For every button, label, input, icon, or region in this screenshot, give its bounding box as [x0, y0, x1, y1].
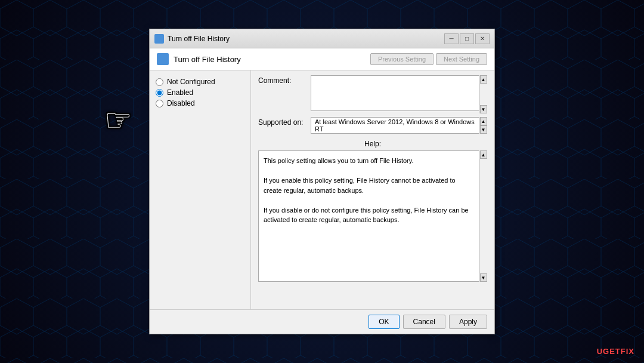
- disabled-label: Disabled: [167, 99, 195, 107]
- help-section: Help: This policy setting allows you to …: [258, 140, 487, 282]
- help-paragraph-2: If you enable this policy setting, File …: [264, 176, 475, 195]
- cancel-button[interactable]: Cancel: [403, 315, 445, 329]
- header-nav-buttons: Previous Setting Next Setting: [370, 53, 487, 65]
- title-bar-controls: ─ □ ✕: [444, 33, 490, 44]
- comment-scrollbar: ▲ ▼: [479, 75, 487, 113]
- not-configured-radio[interactable]: [156, 78, 163, 86]
- disabled-radio[interactable]: [156, 100, 163, 107]
- title-bar-icon: [154, 34, 164, 44]
- comment-scroll-down[interactable]: ▼: [480, 105, 487, 113]
- previous-setting-button[interactable]: Previous Setting: [370, 53, 434, 65]
- supported-scrollbar: ▲ ▼: [479, 117, 487, 134]
- left-panel: Not Configured Enabled Disabled: [150, 70, 251, 309]
- close-button[interactable]: ✕: [475, 33, 490, 44]
- comment-row: Comment: ▲ ▼: [258, 75, 487, 113]
- maximize-button[interactable]: □: [460, 33, 474, 44]
- enabled-option[interactable]: Enabled: [156, 88, 244, 97]
- dialog-header-title: Turn off File History: [157, 53, 241, 65]
- header-title-text: Turn off File History: [174, 55, 241, 64]
- right-panel: Comment: ▲ ▼ Supported on: At least Wind…: [251, 70, 494, 309]
- help-paragraph-1: This policy setting allows you to turn o…: [264, 156, 475, 166]
- title-bar-text: Turn off File History: [168, 35, 441, 43]
- enabled-radio[interactable]: [156, 89, 163, 97]
- supported-scroll-up[interactable]: ▲: [480, 117, 487, 125]
- help-container: This policy setting allows you to turn o…: [258, 150, 487, 282]
- disabled-option[interactable]: Disabled: [156, 99, 244, 107]
- radio-group: Not Configured Enabled Disabled: [156, 78, 244, 107]
- dialog-header: Turn off File History Previous Setting N…: [150, 48, 494, 70]
- next-setting-button[interactable]: Next Setting: [436, 53, 487, 65]
- title-bar: Turn off File History ─ □ ✕: [150, 29, 494, 48]
- dialog-footer: OK Cancel Apply: [150, 309, 494, 334]
- not-configured-option[interactable]: Not Configured: [156, 78, 244, 86]
- header-icon: [157, 53, 169, 65]
- minimize-button[interactable]: ─: [444, 33, 459, 44]
- help-scroll-up[interactable]: ▲: [480, 150, 487, 159]
- watermark-prefix: UGET: [597, 347, 621, 356]
- supported-label: Supported on:: [258, 117, 306, 127]
- help-text-area: This policy setting allows you to turn o…: [258, 150, 487, 282]
- ok-button[interactable]: OK: [369, 315, 399, 329]
- supported-value: At least Windows Server 2012, Windows 8 …: [311, 117, 487, 134]
- supported-row: Supported on: At least Windows Server 20…: [258, 117, 487, 134]
- comment-label: Comment:: [258, 75, 306, 85]
- comment-scroll-up[interactable]: ▲: [480, 75, 487, 84]
- help-paragraph-3: If you disable or do not configure this …: [264, 205, 475, 225]
- enabled-label: Enabled: [167, 88, 193, 97]
- comment-textarea[interactable]: [311, 75, 487, 111]
- apply-button[interactable]: Apply: [449, 315, 487, 329]
- watermark: UGETFIX: [597, 347, 634, 356]
- watermark-suffix: FIX: [621, 347, 634, 356]
- dialog-content: Not Configured Enabled Disabled Comment:: [150, 70, 494, 309]
- dialog-window: Turn off File History ─ □ ✕ Turn off Fil…: [149, 29, 495, 334]
- help-scroll-down[interactable]: ▼: [480, 273, 487, 282]
- supported-scroll-down[interactable]: ▼: [480, 125, 487, 134]
- not-configured-label: Not Configured: [167, 78, 215, 86]
- help-scrollbar: ▲ ▼: [479, 150, 487, 282]
- help-label: Help:: [258, 140, 487, 148]
